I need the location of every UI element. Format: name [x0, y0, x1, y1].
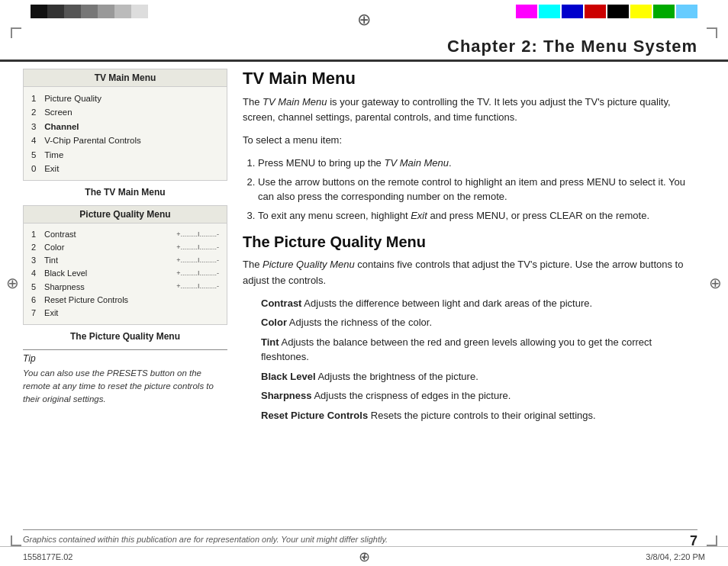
- menu-item-label: Time: [44, 148, 219, 162]
- pq-menu-item: 7 Exit: [31, 307, 219, 320]
- tv-menu-item: 2 Screen: [31, 105, 219, 119]
- term-definition: Adjusts the difference between light and…: [304, 297, 592, 309]
- pq-menu-item: 6 Reset Picture Controls: [31, 294, 219, 307]
- pq-menu-item: 1 Contrast+.........I.........-: [31, 228, 219, 241]
- color-swatch-cyan: [539, 5, 560, 18]
- menu-item-label: Screen: [44, 105, 219, 119]
- menu-item-num: 7: [31, 307, 42, 320]
- tv-menu-item: 4 V-Chip Parental Controls: [31, 133, 219, 147]
- menu-item-label: Contrast: [44, 228, 173, 241]
- section1-intro: The TV Main Menu is your gateway to cont…: [243, 95, 697, 125]
- main-content: TV Main Menu The TV Main Menu is your ga…: [243, 69, 697, 427]
- instruction-step: To exit any menu screen, highlight Exit …: [258, 208, 697, 224]
- color-swatch-magenta: [516, 5, 537, 18]
- instruction-step: Press MENU to bring up the TV Main Menu.: [258, 156, 697, 171]
- menu-item-label: Sharpness: [44, 281, 173, 294]
- section1-title: TV Main Menu: [243, 69, 697, 88]
- pq-menu-item: 5 Sharpness+.........I.........-: [31, 281, 219, 294]
- term-name: Tint: [261, 336, 279, 348]
- color-swatch-red: [585, 5, 606, 18]
- menu-item-num: 5: [31, 281, 42, 294]
- menu-item-num: 4: [31, 133, 42, 147]
- bw-swatch: [47, 5, 64, 18]
- bottom-right-text: 3/8/04, 2:20 PM: [646, 552, 705, 561]
- picture-quality-menu-box: Picture Quality Menu 1 Contrast+........…: [23, 205, 227, 324]
- chapter-heading: Chapter 2: The Menu System: [0, 37, 728, 62]
- very-bottom-bar: 1558177E.02 ⊕ 7 3/8/04, 2:20 PM: [0, 546, 728, 566]
- bw-swatch: [114, 5, 131, 18]
- menu-item-label: Color: [44, 241, 173, 254]
- color-swatch-green: [653, 5, 675, 18]
- term-definition: Adjusts the brightness of the picture.: [317, 371, 478, 382]
- term-row: Sharpness Adjusts the crispness of edges…: [261, 388, 697, 404]
- left-crosshair: ⊕: [6, 274, 19, 292]
- bw-swatch: [81, 5, 98, 18]
- menu-item-num: 1: [31, 228, 42, 241]
- instruction-step: Use the arrow buttons on the remote cont…: [258, 175, 697, 204]
- menu-item-num: 2: [31, 241, 42, 254]
- tv-main-menu-caption: The TV Main Menu: [23, 187, 227, 198]
- color-swatch-black: [607, 5, 629, 18]
- section2-intro: The Picture Quality Menu contains five c…: [243, 257, 697, 288]
- picture-quality-menu-caption: The Picture Quality Menu: [23, 331, 227, 342]
- menu-item-label: Reset Picture Controls: [44, 294, 219, 307]
- tv-main-menu-box: TV Main Menu 1 Picture Quality2 Screen3 …: [23, 69, 227, 181]
- menu-item-num: 1: [31, 92, 42, 105]
- bw-swatch: [64, 5, 81, 18]
- menu-item-label: Exit: [44, 307, 219, 320]
- pq-menu-item: 3 Tint+.........I.........-: [31, 254, 219, 267]
- corner-mark-bl: [11, 535, 21, 546]
- term-definition: Adjusts the balance between the red and …: [261, 336, 652, 363]
- pq-menu-item: 4 Black Level+.........I.........-: [31, 267, 219, 280]
- term-definition: Adjusts the richness of the color.: [289, 317, 432, 328]
- menu-item-label: Channel: [44, 120, 219, 133]
- left-sidebar: TV Main Menu 1 Picture Quality2 Screen3 …: [23, 69, 227, 406]
- menu-item-num: 0: [31, 162, 42, 175]
- tv-menu-item: 1 Picture Quality: [31, 92, 219, 105]
- menu-item-num: 6: [31, 294, 42, 307]
- pq-menu-item: 2 Color+.........I.........-: [31, 241, 219, 254]
- tip-box: Tip You can also use the PRESETS button …: [23, 349, 227, 407]
- menu-item-controls: +.........I.........-: [176, 243, 219, 253]
- menu-item-num: 4: [31, 267, 42, 280]
- term-name: Reset Picture Controls: [261, 410, 368, 421]
- right-crosshair: ⊕: [709, 274, 722, 292]
- color-swatch-light-blue: [676, 5, 697, 18]
- tip-text: You can also use the PRESETS button on t…: [23, 367, 227, 407]
- bottom-left-text: 1558177E.02: [23, 552, 646, 561]
- menu-item-controls: +.........I.........-: [176, 230, 219, 240]
- tv-main-menu-content: 1 Picture Quality2 Screen3 Channel4 V-Ch…: [24, 87, 227, 180]
- menu-item-num: 5: [31, 148, 42, 162]
- term-definition: Resets the picture controls to their ori…: [371, 410, 596, 421]
- menu-item-label: Tint: [44, 254, 173, 267]
- menu-item-num: 2: [31, 105, 42, 119]
- section1-select-prompt: To select a menu item:: [243, 133, 697, 148]
- menu-item-controls: +.........I.........-: [176, 281, 219, 292]
- term-definition: Adjusts the crispness of edges in the pi…: [314, 390, 511, 401]
- term-row: Black Level Adjusts the brightness of th…: [261, 369, 697, 384]
- tv-menu-item: 0 Exit: [31, 162, 219, 175]
- term-row: Tint Adjusts the balance between the red…: [261, 335, 697, 365]
- menu-item-label: Black Level: [44, 267, 173, 280]
- menu-item-num: 3: [31, 254, 42, 267]
- footer-bar: Graphics contained within this publicati…: [23, 529, 697, 545]
- term-row: Color Adjusts the richness of the color.: [261, 315, 697, 330]
- tv-menu-item: 3 Channel: [31, 120, 219, 133]
- bw-swatch: [98, 5, 114, 18]
- menu-item-label: Picture Quality: [44, 92, 219, 105]
- term-list: Contrast Adjusts the difference between …: [261, 296, 697, 423]
- term-name: Color: [261, 317, 287, 328]
- tip-label: Tip: [23, 353, 227, 364]
- section2-title: The Picture Quality Menu: [243, 233, 697, 251]
- menu-item-label: V-Chip Parental Controls: [44, 133, 219, 147]
- footer-disclaimer: Graphics contained within this publicati…: [23, 535, 388, 544]
- top-crosshair: ⊕: [355, 11, 373, 29]
- tv-menu-item: 5 Time: [31, 148, 219, 162]
- bw-swatch: [131, 5, 148, 18]
- bw-swatch: [31, 5, 47, 18]
- picture-quality-menu-title: Picture Quality Menu: [24, 206, 227, 224]
- term-row: Reset Picture Controls Resets the pictur…: [261, 408, 697, 423]
- color-swatch-blue: [562, 5, 583, 18]
- color-swatches: [516, 5, 697, 18]
- menu-item-label: Exit: [44, 162, 219, 175]
